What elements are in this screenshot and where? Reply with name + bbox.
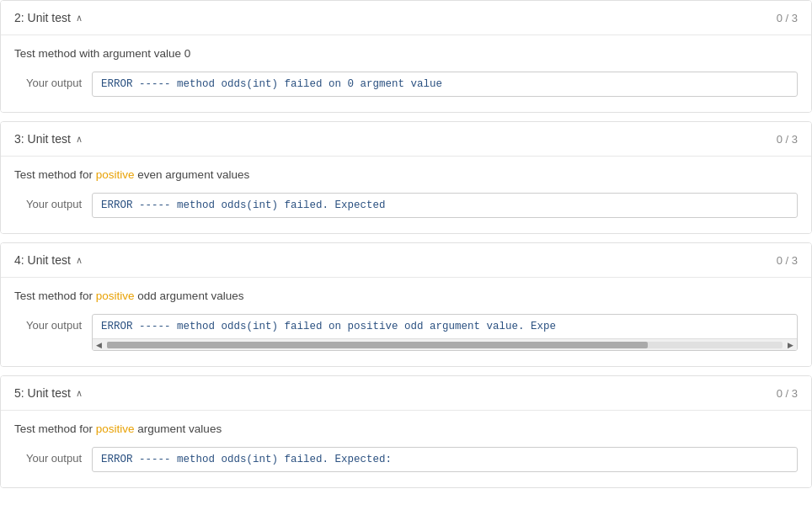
- output-label: Your output: [14, 447, 82, 465]
- output-box: ERROR ----- method odds(int) failed. Exp…: [92, 193, 798, 218]
- output-row: Your outputERROR ----- method odds(int) …: [14, 193, 798, 218]
- section-title: 2: Unit test ∧: [14, 11, 83, 24]
- section-1: 3: Unit test ∧0 / 3Test method for posit…: [0, 121, 812, 234]
- test-description: Test method for positive argument values: [14, 422, 798, 435]
- chevron-icon: ∧: [76, 13, 83, 24]
- section-title: 4: Unit test ∧: [14, 253, 83, 267]
- test-description: Test method for positive even argument v…: [14, 168, 798, 181]
- section-2: 4: Unit test ∧0 / 3Test method for posit…: [0, 242, 812, 367]
- output-box: ERROR ----- method odds(int) failed. Exp…: [92, 447, 798, 472]
- section-title: 3: Unit test ∧: [14, 132, 83, 146]
- output-box: ERROR ----- method odds(int) failed on 0…: [92, 72, 798, 97]
- output-row: Your outputERROR ----- method odds(int) …: [14, 314, 798, 351]
- section-header[interactable]: 5: Unit test ∧0 / 3: [1, 376, 811, 411]
- section-score: 0 / 3: [777, 12, 798, 24]
- output-label: Your output: [14, 72, 82, 89]
- output-text: ERROR ----- method odds(int) failed on 0…: [93, 72, 797, 96]
- highlight-word: positive: [96, 290, 135, 302]
- section-header[interactable]: 2: Unit test ∧0 / 3: [1, 1, 811, 35]
- output-label: Your output: [14, 314, 82, 332]
- section-score: 0 / 3: [777, 133, 798, 146]
- output-label: Your output: [14, 193, 82, 210]
- section-3: 5: Unit test ∧0 / 3Test method for posit…: [0, 375, 812, 488]
- scrollbar-track[interactable]: [107, 342, 783, 348]
- test-description: Test method with argument value 0: [14, 47, 798, 60]
- output-text: ERROR ----- method odds(int) failed. Exp…: [93, 194, 797, 217]
- scroll-right-arrow[interactable]: ▶: [786, 341, 795, 349]
- output-text: ERROR ----- method odds(int) failed on p…: [93, 315, 797, 338]
- section-0: 2: Unit test ∧0 / 3Test method with argu…: [0, 0, 812, 113]
- output-row: Your outputERROR ----- method odds(int) …: [14, 72, 798, 97]
- section-header[interactable]: 3: Unit test ∧0 / 3: [1, 122, 811, 157]
- output-row: Your outputERROR ----- method odds(int) …: [14, 447, 798, 472]
- horizontal-scrollbar[interactable]: ◀ ▶: [93, 338, 797, 350]
- highlight-word: positive: [96, 168, 135, 181]
- section-body: Test method for positive argument values…: [1, 411, 811, 487]
- chevron-icon: ∧: [76, 255, 83, 266]
- scroll-left-arrow[interactable]: ◀: [94, 341, 104, 349]
- main-container: 2: Unit test ∧0 / 3Test method with argu…: [0, 0, 812, 526]
- scrollbar-thumb[interactable]: [107, 342, 648, 348]
- chevron-icon: ∧: [76, 388, 83, 399]
- section-score: 0 / 3: [777, 254, 798, 267]
- highlight-word: positive: [96, 422, 135, 435]
- section-title: 5: Unit test ∧: [14, 386, 83, 400]
- section-score: 0 / 3: [777, 387, 798, 400]
- section-body: Test method with argument value 0Your ou…: [1, 35, 811, 112]
- chevron-icon: ∧: [76, 134, 83, 145]
- section-header[interactable]: 4: Unit test ∧0 / 3: [1, 243, 811, 278]
- output-box: ERROR ----- method odds(int) failed on p…: [92, 314, 798, 351]
- output-text: ERROR ----- method odds(int) failed. Exp…: [93, 448, 797, 471]
- section-body: Test method for positive even argument v…: [1, 157, 811, 233]
- test-description: Test method for positive odd argument va…: [14, 290, 798, 302]
- section-body: Test method for positive odd argument va…: [1, 278, 811, 366]
